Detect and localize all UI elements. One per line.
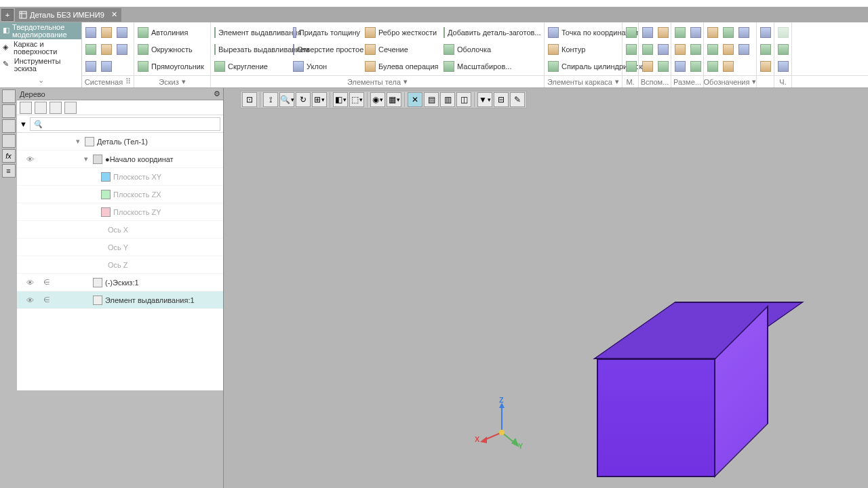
vtb[interactable]: ▥ bbox=[440, 92, 455, 107]
vtb[interactable]: ▤ bbox=[424, 92, 439, 107]
vtb[interactable]: ⊡ bbox=[242, 92, 257, 107]
vtb[interactable]: ✕ bbox=[408, 92, 422, 107]
group-label[interactable]: Эскиз▾ bbox=[134, 76, 211, 87]
undo-button[interactable] bbox=[83, 60, 98, 73]
add-part-button[interactable]: Добавить деталь-заготов... bbox=[441, 26, 530, 39]
new-button[interactable] bbox=[83, 26, 98, 39]
fillet-button[interactable]: Скругление bbox=[212, 60, 290, 73]
tree-sketch[interactable]: 👁∈(-)Эскиз:1 bbox=[17, 274, 223, 291]
mode-sketch[interactable]: ✎Инструменты эскиза bbox=[0, 56, 81, 73]
side-button[interactable] bbox=[2, 119, 16, 133]
gear-icon[interactable]: ⚙ bbox=[214, 89, 220, 98]
btn[interactable] bbox=[721, 43, 736, 56]
menu-icon[interactable]: ≡ bbox=[2, 164, 16, 178]
btn[interactable] bbox=[758, 60, 773, 73]
btn[interactable] bbox=[721, 60, 736, 73]
thickness-button[interactable]: Придать толщину bbox=[291, 26, 362, 39]
group-label[interactable]: Вспом... bbox=[639, 76, 671, 87]
tree-origin[interactable]: 👁▾● Начало координат bbox=[17, 150, 223, 168]
rect-button[interactable]: Прямоугольник bbox=[136, 60, 206, 73]
btn[interactable] bbox=[640, 26, 655, 39]
btn[interactable] bbox=[776, 26, 791, 39]
tool-button[interactable] bbox=[35, 102, 47, 114]
group-label[interactable]: Элементы тела▾ bbox=[211, 76, 545, 87]
extrude-button[interactable]: Элемент выдавливания bbox=[212, 26, 290, 39]
vtb[interactable]: ⬚ bbox=[349, 92, 364, 107]
group-label[interactable] bbox=[757, 76, 774, 87]
search-input[interactable] bbox=[30, 117, 220, 131]
zoom-button[interactable]: 🔍 bbox=[279, 92, 294, 107]
btn[interactable] bbox=[99, 43, 114, 56]
btn[interactable] bbox=[640, 43, 655, 56]
btn[interactable] bbox=[721, 26, 736, 39]
group-label[interactable]: Элементы каркаса▾ bbox=[545, 76, 623, 87]
vtb[interactable]: ✎ bbox=[510, 92, 525, 107]
cut-button[interactable]: Вырезать выдавливанием bbox=[212, 43, 290, 56]
tree-axis-y[interactable]: Ось Y bbox=[17, 239, 223, 256]
side-button[interactable] bbox=[2, 104, 16, 118]
filter-button[interactable]: ▼ bbox=[477, 92, 492, 107]
shade-button[interactable]: ◧ bbox=[333, 92, 348, 107]
group-label[interactable]: М. bbox=[623, 76, 639, 87]
tree-extrude[interactable]: 👁∈Элемент выдавливания:1 bbox=[17, 291, 223, 309]
btn[interactable] bbox=[736, 26, 751, 39]
btn[interactable] bbox=[673, 26, 688, 39]
tree-plane-zx[interactable]: Плоскость ZX bbox=[17, 186, 223, 203]
vtb[interactable]: ◉ bbox=[370, 92, 385, 107]
tree-plane-xy[interactable]: Плоскость XY bbox=[17, 168, 223, 186]
tool-button[interactable] bbox=[64, 102, 77, 114]
panel-header[interactable]: Дерево ⚙ bbox=[17, 88, 223, 100]
new-tab-button[interactable]: + bbox=[1, 9, 14, 21]
btn[interactable] bbox=[656, 60, 671, 73]
draft-button[interactable]: Уклон bbox=[291, 60, 362, 73]
fx-button[interactable]: fx bbox=[2, 149, 16, 163]
mode-wireframe[interactable]: ◈Каркас и поверхности bbox=[0, 39, 81, 56]
open-button[interactable] bbox=[99, 26, 114, 39]
bool-button[interactable]: Булева операция bbox=[363, 60, 441, 73]
section-button[interactable]: Сечение bbox=[363, 43, 441, 56]
contour-button[interactable]: Контур bbox=[546, 43, 587, 56]
mode-solid[interactable]: ◧Твердотельное моделирование bbox=[0, 22, 81, 39]
close-icon[interactable]: ✕ bbox=[111, 10, 117, 19]
btn[interactable] bbox=[688, 60, 703, 73]
tree-axis-z[interactable]: Ось Z bbox=[17, 256, 223, 274]
btn[interactable] bbox=[673, 43, 688, 56]
tool-button[interactable] bbox=[20, 102, 32, 114]
scale-button[interactable]: Масштабиров... bbox=[441, 60, 530, 73]
btn[interactable] bbox=[776, 43, 791, 56]
vtb[interactable]: ⟟ bbox=[263, 92, 278, 107]
vtb[interactable]: ↻ bbox=[296, 92, 311, 107]
autoline-button[interactable]: Автолиния bbox=[136, 26, 190, 39]
circle-button[interactable]: Окружность bbox=[136, 43, 195, 56]
tool-button[interactable] bbox=[50, 102, 62, 114]
btn[interactable] bbox=[656, 43, 671, 56]
btn[interactable] bbox=[624, 60, 639, 73]
btn[interactable] bbox=[705, 26, 720, 39]
btn[interactable] bbox=[688, 43, 703, 56]
btn[interactable] bbox=[624, 26, 639, 39]
document-tab[interactable]: Деталь БЕЗ ИМЕНИ9 ✕ bbox=[15, 8, 121, 22]
btn[interactable] bbox=[776, 60, 791, 73]
filter-icon[interactable]: ▼ bbox=[20, 120, 27, 128]
redo-button[interactable] bbox=[99, 60, 114, 73]
btn[interactable] bbox=[758, 26, 773, 39]
vtb[interactable]: ▦ bbox=[387, 92, 401, 107]
tree-axis-x[interactable]: Ось X bbox=[17, 221, 223, 239]
btn[interactable] bbox=[115, 43, 130, 56]
btn[interactable] bbox=[736, 43, 751, 56]
group-label[interactable]: Обозначения▾ bbox=[704, 76, 757, 87]
tree-plane-zy[interactable]: Плоскость ZY bbox=[17, 203, 223, 221]
vtb[interactable]: ⊞ bbox=[312, 92, 327, 107]
btn[interactable] bbox=[688, 26, 703, 39]
tree-root[interactable]: ▾Деталь (Тел-1) bbox=[17, 133, 223, 150]
hole-button[interactable]: Отверстие простое bbox=[291, 43, 362, 56]
btn[interactable] bbox=[83, 43, 98, 56]
save-button[interactable] bbox=[115, 26, 130, 39]
btn[interactable] bbox=[705, 60, 720, 73]
group-label[interactable]: Системная⠿ bbox=[82, 76, 134, 87]
axes-gizmo[interactable]: Z X Y bbox=[475, 399, 529, 453]
shell-button[interactable]: Оболочка bbox=[441, 43, 530, 56]
side-button[interactable] bbox=[2, 134, 16, 148]
btn[interactable] bbox=[624, 43, 639, 56]
side-button[interactable] bbox=[2, 89, 16, 103]
